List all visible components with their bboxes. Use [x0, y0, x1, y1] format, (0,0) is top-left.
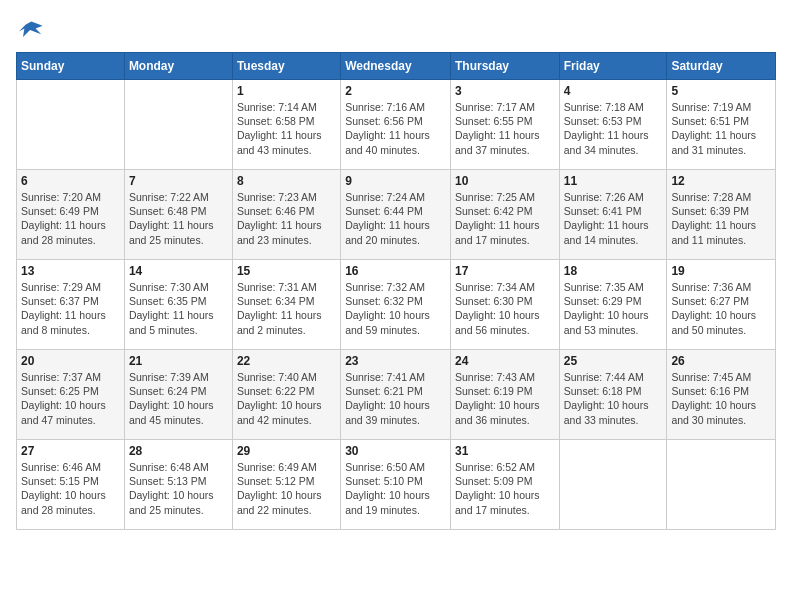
- calendar-cell: [17, 80, 125, 170]
- day-info: Sunrise: 7:14 AM Sunset: 6:58 PM Dayligh…: [237, 100, 336, 157]
- day-number: 16: [345, 264, 446, 278]
- calendar-cell: 9Sunrise: 7:24 AM Sunset: 6:44 PM Daylig…: [341, 170, 451, 260]
- col-sunday: Sunday: [17, 53, 125, 80]
- col-monday: Monday: [124, 53, 232, 80]
- logo: [16, 16, 46, 44]
- calendar-cell: 11Sunrise: 7:26 AM Sunset: 6:41 PM Dayli…: [559, 170, 667, 260]
- day-info: Sunrise: 7:18 AM Sunset: 6:53 PM Dayligh…: [564, 100, 663, 157]
- day-number: 1: [237, 84, 336, 98]
- calendar-cell: 21Sunrise: 7:39 AM Sunset: 6:24 PM Dayli…: [124, 350, 232, 440]
- header: [16, 16, 776, 44]
- day-info: Sunrise: 6:52 AM Sunset: 5:09 PM Dayligh…: [455, 460, 555, 517]
- calendar-cell: 2Sunrise: 7:16 AM Sunset: 6:56 PM Daylig…: [341, 80, 451, 170]
- day-number: 31: [455, 444, 555, 458]
- day-info: Sunrise: 6:46 AM Sunset: 5:15 PM Dayligh…: [21, 460, 120, 517]
- calendar-cell: 30Sunrise: 6:50 AM Sunset: 5:10 PM Dayli…: [341, 440, 451, 530]
- calendar-week-row: 20Sunrise: 7:37 AM Sunset: 6:25 PM Dayli…: [17, 350, 776, 440]
- calendar-cell: [124, 80, 232, 170]
- day-number: 19: [671, 264, 771, 278]
- calendar-cell: 26Sunrise: 7:45 AM Sunset: 6:16 PM Dayli…: [667, 350, 776, 440]
- svg-marker-0: [19, 22, 43, 37]
- day-info: Sunrise: 7:30 AM Sunset: 6:35 PM Dayligh…: [129, 280, 228, 337]
- col-saturday: Saturday: [667, 53, 776, 80]
- day-info: Sunrise: 7:45 AM Sunset: 6:16 PM Dayligh…: [671, 370, 771, 427]
- day-number: 23: [345, 354, 446, 368]
- calendar-cell: 29Sunrise: 6:49 AM Sunset: 5:12 PM Dayli…: [232, 440, 340, 530]
- day-number: 6: [21, 174, 120, 188]
- day-info: Sunrise: 7:16 AM Sunset: 6:56 PM Dayligh…: [345, 100, 446, 157]
- day-info: Sunrise: 6:48 AM Sunset: 5:13 PM Dayligh…: [129, 460, 228, 517]
- day-info: Sunrise: 7:17 AM Sunset: 6:55 PM Dayligh…: [455, 100, 555, 157]
- calendar-cell: 19Sunrise: 7:36 AM Sunset: 6:27 PM Dayli…: [667, 260, 776, 350]
- day-number: 20: [21, 354, 120, 368]
- calendar-cell: [559, 440, 667, 530]
- day-info: Sunrise: 7:35 AM Sunset: 6:29 PM Dayligh…: [564, 280, 663, 337]
- day-number: 11: [564, 174, 663, 188]
- day-number: 9: [345, 174, 446, 188]
- day-number: 13: [21, 264, 120, 278]
- day-number: 5: [671, 84, 771, 98]
- day-number: 30: [345, 444, 446, 458]
- day-number: 18: [564, 264, 663, 278]
- calendar-cell: 28Sunrise: 6:48 AM Sunset: 5:13 PM Dayli…: [124, 440, 232, 530]
- calendar-cell: [667, 440, 776, 530]
- calendar-cell: 7Sunrise: 7:22 AM Sunset: 6:48 PM Daylig…: [124, 170, 232, 260]
- day-number: 25: [564, 354, 663, 368]
- calendar-cell: 12Sunrise: 7:28 AM Sunset: 6:39 PM Dayli…: [667, 170, 776, 260]
- day-number: 15: [237, 264, 336, 278]
- calendar-cell: 4Sunrise: 7:18 AM Sunset: 6:53 PM Daylig…: [559, 80, 667, 170]
- day-info: Sunrise: 7:19 AM Sunset: 6:51 PM Dayligh…: [671, 100, 771, 157]
- calendar-cell: 15Sunrise: 7:31 AM Sunset: 6:34 PM Dayli…: [232, 260, 340, 350]
- calendar-cell: 27Sunrise: 6:46 AM Sunset: 5:15 PM Dayli…: [17, 440, 125, 530]
- calendar-cell: 16Sunrise: 7:32 AM Sunset: 6:32 PM Dayli…: [341, 260, 451, 350]
- calendar-week-row: 6Sunrise: 7:20 AM Sunset: 6:49 PM Daylig…: [17, 170, 776, 260]
- day-number: 29: [237, 444, 336, 458]
- calendar-cell: 24Sunrise: 7:43 AM Sunset: 6:19 PM Dayli…: [450, 350, 559, 440]
- calendar-week-row: 1Sunrise: 7:14 AM Sunset: 6:58 PM Daylig…: [17, 80, 776, 170]
- col-tuesday: Tuesday: [232, 53, 340, 80]
- calendar-cell: 31Sunrise: 6:52 AM Sunset: 5:09 PM Dayli…: [450, 440, 559, 530]
- calendar-cell: 10Sunrise: 7:25 AM Sunset: 6:42 PM Dayli…: [450, 170, 559, 260]
- col-friday: Friday: [559, 53, 667, 80]
- col-wednesday: Wednesday: [341, 53, 451, 80]
- day-info: Sunrise: 7:36 AM Sunset: 6:27 PM Dayligh…: [671, 280, 771, 337]
- day-info: Sunrise: 7:37 AM Sunset: 6:25 PM Dayligh…: [21, 370, 120, 427]
- day-number: 3: [455, 84, 555, 98]
- calendar-cell: 1Sunrise: 7:14 AM Sunset: 6:58 PM Daylig…: [232, 80, 340, 170]
- day-number: 28: [129, 444, 228, 458]
- calendar-cell: 25Sunrise: 7:44 AM Sunset: 6:18 PM Dayli…: [559, 350, 667, 440]
- logo-bird-icon: [16, 16, 44, 44]
- calendar-cell: 5Sunrise: 7:19 AM Sunset: 6:51 PM Daylig…: [667, 80, 776, 170]
- calendar-week-row: 27Sunrise: 6:46 AM Sunset: 5:15 PM Dayli…: [17, 440, 776, 530]
- day-number: 8: [237, 174, 336, 188]
- day-info: Sunrise: 7:32 AM Sunset: 6:32 PM Dayligh…: [345, 280, 446, 337]
- day-info: Sunrise: 7:39 AM Sunset: 6:24 PM Dayligh…: [129, 370, 228, 427]
- day-number: 2: [345, 84, 446, 98]
- day-info: Sunrise: 7:25 AM Sunset: 6:42 PM Dayligh…: [455, 190, 555, 247]
- day-info: Sunrise: 7:44 AM Sunset: 6:18 PM Dayligh…: [564, 370, 663, 427]
- day-number: 14: [129, 264, 228, 278]
- page: Sunday Monday Tuesday Wednesday Thursday…: [0, 0, 792, 612]
- calendar-week-row: 13Sunrise: 7:29 AM Sunset: 6:37 PM Dayli…: [17, 260, 776, 350]
- day-info: Sunrise: 7:22 AM Sunset: 6:48 PM Dayligh…: [129, 190, 228, 247]
- day-info: Sunrise: 7:41 AM Sunset: 6:21 PM Dayligh…: [345, 370, 446, 427]
- day-info: Sunrise: 6:49 AM Sunset: 5:12 PM Dayligh…: [237, 460, 336, 517]
- day-info: Sunrise: 7:26 AM Sunset: 6:41 PM Dayligh…: [564, 190, 663, 247]
- day-info: Sunrise: 7:20 AM Sunset: 6:49 PM Dayligh…: [21, 190, 120, 247]
- calendar-cell: 17Sunrise: 7:34 AM Sunset: 6:30 PM Dayli…: [450, 260, 559, 350]
- day-info: Sunrise: 6:50 AM Sunset: 5:10 PM Dayligh…: [345, 460, 446, 517]
- day-number: 7: [129, 174, 228, 188]
- day-number: 24: [455, 354, 555, 368]
- calendar-cell: 22Sunrise: 7:40 AM Sunset: 6:22 PM Dayli…: [232, 350, 340, 440]
- calendar-cell: 8Sunrise: 7:23 AM Sunset: 6:46 PM Daylig…: [232, 170, 340, 260]
- calendar-header-row: Sunday Monday Tuesday Wednesday Thursday…: [17, 53, 776, 80]
- col-thursday: Thursday: [450, 53, 559, 80]
- day-info: Sunrise: 7:24 AM Sunset: 6:44 PM Dayligh…: [345, 190, 446, 247]
- day-number: 22: [237, 354, 336, 368]
- calendar-cell: 13Sunrise: 7:29 AM Sunset: 6:37 PM Dayli…: [17, 260, 125, 350]
- calendar-cell: 14Sunrise: 7:30 AM Sunset: 6:35 PM Dayli…: [124, 260, 232, 350]
- day-number: 10: [455, 174, 555, 188]
- day-info: Sunrise: 7:43 AM Sunset: 6:19 PM Dayligh…: [455, 370, 555, 427]
- day-info: Sunrise: 7:40 AM Sunset: 6:22 PM Dayligh…: [237, 370, 336, 427]
- calendar-table: Sunday Monday Tuesday Wednesday Thursday…: [16, 52, 776, 530]
